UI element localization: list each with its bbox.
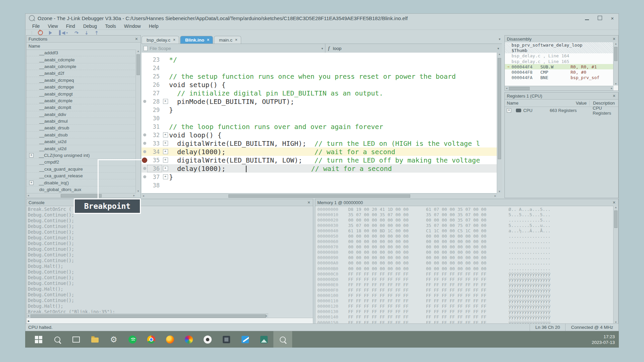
close-icon[interactable]: × bbox=[173, 38, 175, 42]
memory-row[interactable]: 00000000D8 19 00 20 41 1D 00 0061 07 00 … bbox=[317, 206, 613, 212]
code-line[interactable]: 36+ delay(1000); // wait for a second bbox=[142, 164, 497, 173]
memory-row[interactable]: 0000008000 00 00 00 00 00 00 0000 00 00 … bbox=[317, 250, 613, 255]
code-line[interactable]: 30 bbox=[142, 114, 497, 122]
line-marker-dot[interactable] bbox=[143, 133, 146, 136]
code-area[interactable]: 23*/2425// the setup function runs once … bbox=[142, 53, 497, 193]
scrollbar-thumb[interactable] bbox=[498, 58, 501, 159]
function-list-item[interactable]: __aeabi_d2f bbox=[26, 70, 136, 77]
function-list-item[interactable]: __aeabi_dcmplt bbox=[26, 104, 136, 111]
task-view-button[interactable] bbox=[67, 331, 86, 348]
editor-horizontal-scrollbar[interactable]: ◂ ▸ bbox=[142, 193, 497, 198]
scrollbar-thumb[interactable] bbox=[614, 210, 618, 228]
disassembly-horizontal-scrollbar[interactable]: ◂ ▸ bbox=[505, 86, 613, 90]
memory-row[interactable]: 000000C0FF FF FF FF FF FF FF FFFF FF FF … bbox=[317, 271, 613, 277]
gutter-dot-column[interactable] bbox=[142, 142, 148, 145]
scroll-right-icon[interactable]: ▸ bbox=[266, 314, 268, 317]
functions-column-header[interactable]: Name bbox=[26, 43, 141, 50]
register-row-cpu[interactable]: + CPU 663 Registers CPU Registers bbox=[505, 107, 618, 114]
menu-item-tools[interactable]: Tools bbox=[101, 23, 120, 29]
function-list-item[interactable]: __aeabi_dcmple bbox=[26, 98, 136, 104]
code-line[interactable]: 26void setup() { bbox=[142, 80, 497, 89]
function-list-item[interactable]: __aeabi_dcmpge bbox=[26, 84, 136, 90]
gutter-dot-column[interactable] bbox=[142, 158, 148, 163]
fold-icon[interactable]: + bbox=[163, 99, 168, 104]
fold-icon[interactable]: + bbox=[163, 141, 168, 146]
line-marker-dot[interactable] bbox=[143, 100, 146, 103]
function-list-item[interactable]: __aeabi_dsub bbox=[26, 132, 136, 138]
chrome-button[interactable] bbox=[142, 331, 161, 348]
code-line[interactable]: 33+ digitalWrite(LED_BUILTIN, HIGH); // … bbox=[142, 139, 497, 147]
menu-item-help[interactable]: Help bbox=[145, 23, 163, 29]
code-line[interactable]: 38 bbox=[142, 181, 497, 189]
scroll-left-icon[interactable]: ◂ bbox=[143, 194, 144, 197]
function-list-item[interactable]: __adddf3 bbox=[26, 50, 136, 56]
scroll-right-icon[interactable]: ▸ bbox=[133, 194, 135, 197]
memory-row[interactable]: 000000F0FF FF FF FF FF FF FF FFFF FF FF … bbox=[317, 287, 613, 293]
memory-row[interactable]: 000000B000 00 00 00 00 00 00 0000 00 00 … bbox=[317, 266, 613, 271]
memory-row[interactable]: 0000004061 18 00 00 BD 1C 00 00C1 1C 00 … bbox=[317, 228, 613, 233]
fold-icon[interactable]: + bbox=[163, 174, 168, 179]
scrollbar-thumb[interactable] bbox=[614, 47, 618, 61]
line-marker-dot[interactable] bbox=[143, 150, 146, 153]
memory-row[interactable]: 000000A000 00 00 00 00 00 00 0000 00 00 … bbox=[317, 260, 613, 266]
console-horizontal-scrollbar[interactable]: ◂ ▸ bbox=[26, 313, 268, 318]
code-line[interactable]: 25// the setup function runs once when y… bbox=[142, 72, 497, 80]
console-command-input[interactable]: ▸ bbox=[26, 318, 313, 324]
chevron-down-icon[interactable]: ▾ bbox=[66, 31, 68, 35]
functions-vertical-scrollbar[interactable]: ▴ ▾ bbox=[136, 50, 141, 193]
registers-panel-header[interactable]: Registers 1 (CPU) × bbox=[505, 93, 618, 100]
scroll-down-icon[interactable]: ▾ bbox=[136, 190, 141, 193]
function-list-item[interactable]: __aeabi_dmul bbox=[26, 118, 136, 125]
code-line[interactable]: 32+void loop() { bbox=[142, 131, 497, 139]
maximize-button[interactable] bbox=[598, 16, 602, 21]
disassembly-sym-line[interactable]: bsp_prv_software_delay_loop bbox=[505, 42, 613, 48]
chevron-down-icon[interactable]: ▾ bbox=[497, 47, 499, 50]
disassembly-src-line[interactable]: bsp_delay.c , Line 165 bbox=[505, 59, 613, 64]
tab-bsp_delay-c[interactable]: bsp_delay.c× bbox=[142, 36, 179, 44]
fold-icon[interactable]: + bbox=[163, 158, 168, 163]
chevron-down-icon[interactable]: ▾ bbox=[499, 37, 500, 41]
memory-row[interactable]: 0000003035 07 00 00 00 00 00 0035 07 00 … bbox=[317, 223, 613, 228]
code-line[interactable]: 27 // initialize digital pin LED_BUILTIN… bbox=[142, 89, 497, 97]
memory-vertical-scrollbar[interactable]: ▴ ▾ bbox=[613, 206, 618, 324]
close-button[interactable]: × bbox=[611, 16, 614, 21]
memory-row[interactable]: 00000120FF FF FF FF FF FF FF FFFF FF FF … bbox=[317, 304, 613, 309]
close-icon[interactable]: × bbox=[135, 37, 139, 41]
memory-row[interactable]: 00000140FF FF FF FF FF FF FF FFFF FF FF … bbox=[317, 314, 613, 320]
expand-icon[interactable]: + bbox=[507, 108, 511, 113]
scroll-right-icon[interactable]: ▸ bbox=[611, 87, 612, 90]
disassembly-instruction[interactable]: 000044FABNEbsp_prv_sof bbox=[505, 75, 613, 80]
magnifier-button-active[interactable] bbox=[273, 331, 292, 348]
close-icon[interactable]: × bbox=[612, 200, 616, 205]
function-list-item[interactable]: __aeabi_cdcmple bbox=[26, 56, 136, 63]
column-name[interactable]: Name bbox=[505, 101, 550, 106]
file-scope-dropdown[interactable]: File Scope ▾ bbox=[142, 44, 325, 53]
menu-item-window[interactable]: Window bbox=[120, 23, 145, 29]
function-list-item[interactable]: __aeabi_dcmpgt bbox=[26, 90, 136, 97]
close-icon[interactable]: × bbox=[307, 200, 311, 205]
function-list-item[interactable]: __aeabi_ddiv bbox=[26, 111, 136, 118]
firefox-button[interactable] bbox=[161, 331, 179, 348]
scrollbar-thumb[interactable] bbox=[137, 54, 140, 75]
power-button[interactable] bbox=[38, 30, 43, 36]
memory-row[interactable]: 0000001035 07 00 00 35 07 00 0035 07 00 … bbox=[317, 212, 613, 217]
gutter-dot-column[interactable] bbox=[142, 100, 148, 103]
column-description[interactable]: Description bbox=[589, 101, 618, 106]
scroll-down-icon[interactable]: ▾ bbox=[613, 82, 618, 85]
file-explorer-button[interactable] bbox=[86, 331, 104, 348]
function-list-item[interactable]: __cxa_guard_acquire bbox=[26, 166, 136, 173]
disassembly-src-line[interactable]: bsp_delay.c , Line 164 bbox=[505, 53, 613, 59]
memory-row[interactable]: 000000D0FF FF FF FF FF FF FF FFFF FF FF … bbox=[317, 277, 613, 282]
menu-item-find[interactable]: Find bbox=[62, 23, 79, 29]
minimize-button[interactable] bbox=[585, 16, 589, 21]
taskbar-clock[interactable]: 17:23 2023-07-13 bbox=[592, 334, 619, 345]
function-list-item[interactable]: __aeabi_drsub bbox=[26, 125, 136, 131]
line-marker-dot[interactable] bbox=[143, 167, 146, 170]
chevron-down-icon[interactable]: ▾ bbox=[321, 47, 323, 50]
snipping-tool-button[interactable] bbox=[217, 331, 236, 348]
code-line[interactable]: 34+ delay(1000); // wait for a second bbox=[142, 147, 497, 156]
code-line[interactable]: 29} bbox=[142, 106, 497, 114]
memory-panel-header[interactable]: Memory 1 @ 00000000 × bbox=[315, 199, 618, 206]
gutter-dot-column[interactable] bbox=[142, 150, 148, 153]
fold-icon[interactable]: + bbox=[163, 166, 168, 171]
